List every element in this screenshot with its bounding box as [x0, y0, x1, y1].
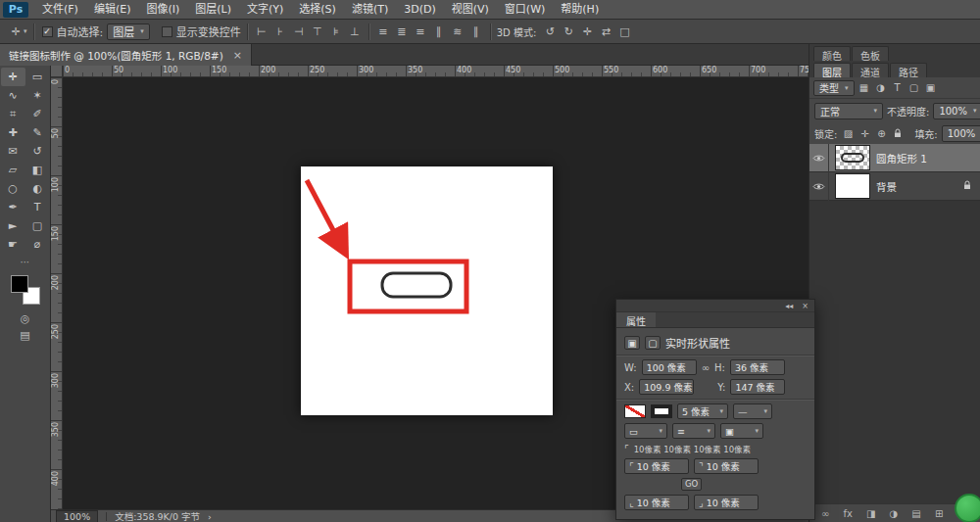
menu-item-9[interactable]: 窗口(W)	[497, 0, 553, 20]
3d-slide-icon[interactable]: ⇄	[598, 23, 613, 40]
foreground-color-swatch[interactable]	[11, 275, 28, 293]
layer-row[interactable]: 背景	[809, 172, 980, 201]
path-select-tool[interactable]: ►	[1, 216, 25, 235]
eraser-tool[interactable]: ▱	[1, 161, 25, 179]
corner-radius-field-2[interactable]: ⌝10 像素	[694, 458, 759, 474]
y-field[interactable]: 147 像素	[730, 379, 785, 395]
type-tool[interactable]: T	[25, 198, 50, 216]
layer-style-icon[interactable]: fx	[843, 508, 852, 519]
zoom-tool[interactable]: ⌀	[25, 235, 50, 254]
lasso-tool[interactable]: ∿	[1, 86, 25, 105]
add-mask-icon[interactable]: ◨	[866, 508, 875, 519]
opacity-field[interactable]: 100% ▾	[933, 103, 980, 119]
move-tool[interactable]: ✛	[1, 68, 25, 86]
collapse-panel-icon[interactable]: ◂◂	[785, 302, 793, 310]
stroke-corner-dropdown[interactable]: ▣▾	[720, 423, 763, 439]
menu-item-2[interactable]: 图像(I)	[138, 0, 187, 20]
fill-field[interactable]: 100% ▾	[942, 125, 980, 142]
stroke-align-dropdown[interactable]: ▭▾	[624, 423, 667, 439]
healing-brush-tool[interactable]: ✚	[1, 123, 25, 142]
menu-item-3[interactable]: 图层(L)	[187, 0, 239, 20]
ruler-origin[interactable]	[51, 66, 63, 77]
shape-tool[interactable]: ▢	[25, 216, 50, 235]
new-group-icon[interactable]: ▤	[911, 508, 920, 519]
distribute-right-icon[interactable]: ∥	[468, 23, 484, 40]
close-panel-icon[interactable]: ×	[802, 302, 808, 310]
align-bottom-icon[interactable]: ⊥	[347, 23, 363, 40]
3d-rotate-icon[interactable]: ↺	[542, 23, 558, 40]
lock-position-icon[interactable]: ⊕	[874, 126, 888, 140]
menu-item-8[interactable]: 视图(V)	[444, 0, 497, 20]
align-right-icon[interactable]: ⊣	[291, 23, 307, 40]
filter-type-layers-icon[interactable]: T	[891, 81, 905, 95]
menu-item-10[interactable]: 帮助(H)	[553, 0, 607, 20]
panel-tab-颜色[interactable]: 颜色	[813, 46, 851, 61]
visibility-toggle-icon[interactable]	[809, 144, 829, 172]
brush-tool[interactable]: ✎	[25, 123, 50, 142]
tool-preset-caret-icon[interactable]: ▾	[24, 27, 27, 35]
visibility-toggle-icon[interactable]	[809, 172, 829, 201]
menu-item-5[interactable]: 选择(S)	[291, 0, 344, 20]
marquee-tool[interactable]: ▭	[25, 68, 50, 86]
new-layer-icon[interactable]: ⊞	[935, 508, 943, 519]
filter-pixel-layers-icon[interactable]: ▦	[858, 81, 871, 95]
history-brush-tool[interactable]: ↺	[25, 142, 50, 161]
distribute-left-icon[interactable]: ∥	[431, 23, 447, 40]
layer-row[interactable]: 圆角矩形 1	[809, 144, 980, 172]
blur-tool[interactable]: ○	[1, 179, 25, 198]
layer-thumbnail[interactable]	[835, 173, 870, 199]
auto-select-target-dropdown[interactable]: 图层 ▾	[107, 24, 150, 40]
stroke-color-swatch[interactable]	[651, 404, 672, 418]
ruler-horizontal[interactable]: 0501001502002503003504004505005506006507…	[63, 66, 808, 77]
menu-item-0[interactable]: 文件(F)	[34, 0, 86, 20]
distribute-bottom-icon[interactable]: ≡	[413, 23, 428, 40]
gradient-tool[interactable]: ◧	[25, 161, 50, 179]
menu-item-7[interactable]: 3D(D)	[396, 0, 444, 20]
blend-mode-dropdown[interactable]: 正常 ▾	[814, 103, 883, 119]
pen-tool[interactable]: ✒	[1, 198, 25, 216]
menu-item-1[interactable]: 编辑(E)	[86, 0, 139, 20]
panel-tab-通道[interactable]: 通道	[852, 63, 889, 77]
align-middle-icon[interactable]: ⊧	[328, 23, 344, 40]
adjustment-layer-icon[interactable]: ◑	[890, 508, 899, 519]
screen-mode-icon[interactable]: ▤	[20, 329, 29, 342]
clone-stamp-tool[interactable]: ✉	[1, 142, 25, 161]
stroke-type-dropdown[interactable]: — ▾	[733, 403, 772, 419]
link-wh-icon[interactable]: ∞	[702, 362, 710, 373]
link-layers-icon[interactable]: ∞	[821, 508, 829, 519]
document-canvas[interactable]	[301, 166, 553, 415]
menu-item-6[interactable]: 滤镜(T)	[344, 0, 396, 20]
panel-tab-图层[interactable]: 图层	[813, 63, 851, 77]
corner-radius-field-4[interactable]: ⌟10 像素	[694, 495, 759, 510]
dodge-tool[interactable]: ◐	[25, 179, 50, 198]
magic-wand-tool[interactable]: ✶	[25, 86, 50, 105]
edit-toolbar-icon[interactable]: ⋯	[0, 257, 50, 267]
lock-pixels-icon[interactable]: ✛	[858, 126, 871, 140]
filter-smart-objects-icon[interactable]: ▣	[924, 81, 938, 95]
hand-tool[interactable]: ☛	[1, 235, 25, 254]
fill-color-swatch[interactable]	[624, 404, 646, 418]
menu-item-4[interactable]: 文字(Y)	[239, 0, 291, 20]
eyedropper-tool[interactable]: ✐	[25, 105, 50, 123]
distribute-middle-icon[interactable]: ≣	[394, 23, 410, 40]
corner-radius-field-3[interactable]: ⌞10 像素	[624, 495, 689, 510]
show-transform-checkbox[interactable]	[162, 26, 172, 37]
x-field[interactable]: 109.9 像素	[639, 379, 694, 395]
width-field[interactable]: 100 像素	[642, 359, 697, 375]
stroke-cap-dropdown[interactable]: ≡▾	[672, 423, 715, 439]
tab-properties[interactable]: 属性	[616, 312, 656, 327]
distribute-top-icon[interactable]: ≡	[375, 23, 391, 40]
3d-scale-icon[interactable]: □	[616, 23, 632, 40]
align-left-icon[interactable]: ⊢	[254, 23, 270, 40]
3d-drag-icon[interactable]: ✛	[579, 23, 595, 40]
filter-shape-layers-icon[interactable]: ▢	[907, 81, 921, 95]
overlay-badge[interactable]	[955, 494, 980, 522]
crop-tool[interactable]: ⌗	[1, 105, 25, 123]
link-radius-icon[interactable]: GO	[681, 478, 702, 491]
zoom-level-field[interactable]: 100%	[56, 510, 98, 522]
corner-radius-field-1[interactable]: ⌜10 像素	[624, 458, 689, 474]
status-expand-icon[interactable]: ›	[208, 511, 212, 522]
filter-adjustment-layers-icon[interactable]: ◑	[874, 81, 888, 95]
lock-all-icon[interactable]	[891, 126, 905, 140]
stroke-width-field[interactable]: 5 像素 ▾	[677, 403, 728, 419]
